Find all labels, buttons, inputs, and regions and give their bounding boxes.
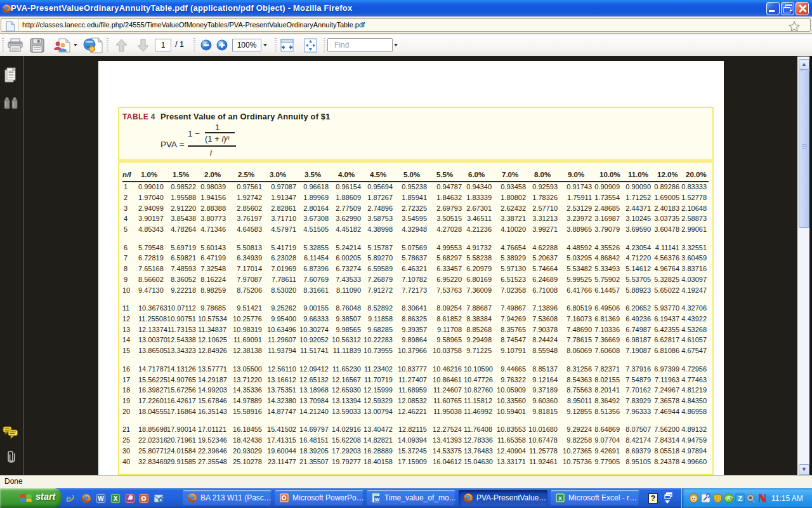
svg-text:X: X	[558, 495, 562, 502]
svg-text:W: W	[98, 495, 104, 502]
svg-text:Z: Z	[738, 495, 742, 502]
svg-text:A: A	[726, 495, 731, 502]
svg-text:e: e	[66, 493, 71, 504]
svg-text:X: X	[114, 495, 118, 502]
svg-text:W: W	[375, 497, 380, 502]
